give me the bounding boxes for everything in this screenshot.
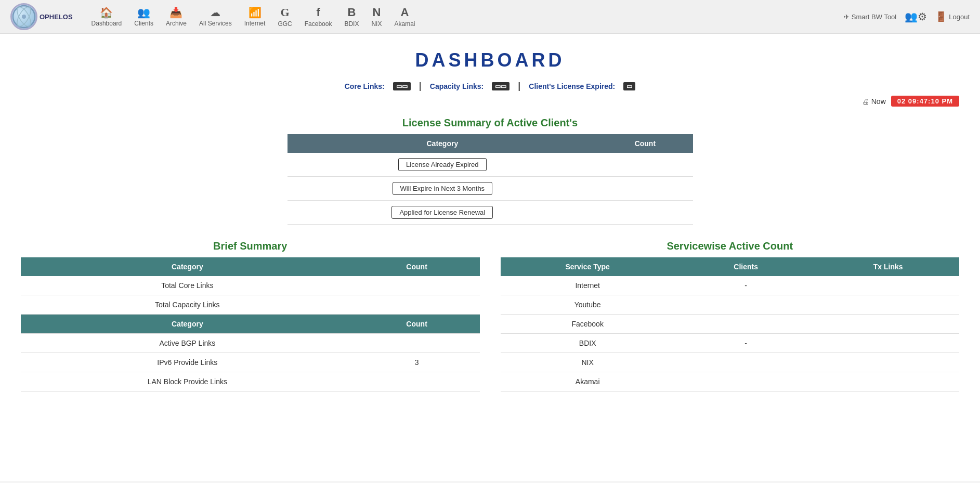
clock-icon: 🖨 xyxy=(862,97,869,106)
all-services-icon: ☁ xyxy=(210,6,220,19)
logo[interactable]: OPHELOS xyxy=(10,3,73,30)
youtube-clients xyxy=(675,295,817,315)
bottom-section: Brief Summary Category Count Total Core … xyxy=(21,240,959,391)
akamai-service: Akamai xyxy=(501,372,675,391)
license-row3-category: Applied for License Renewal xyxy=(288,201,598,225)
nav-internet[interactable]: 📶 Internet xyxy=(239,4,271,29)
license-summary-section: License Summary of Active Client's Categ… xyxy=(288,117,693,225)
internet-clients: - xyxy=(675,276,817,295)
brief-col-category: Category xyxy=(21,257,354,276)
nav-akamai-label: Akamai xyxy=(394,20,415,28)
facebook-tx xyxy=(817,315,959,334)
bdix-service: BDIX xyxy=(501,334,675,353)
license-expired-badge: License Already Expired xyxy=(398,158,486,171)
smart-bw-tool-btn[interactable]: ✈ Smart BW Tool xyxy=(844,13,896,21)
nav-bdix[interactable]: B BDIX xyxy=(339,4,364,30)
page-title: DASHBOARD xyxy=(21,49,959,71)
nav-right: ✈ Smart BW Tool 👥⚙ 🚪 Logout xyxy=(844,10,970,23)
nav-facebook[interactable]: f Facebook xyxy=(299,4,337,30)
table-row: Akamai xyxy=(501,372,960,391)
nav-archive[interactable]: 📥 Archive xyxy=(161,4,192,29)
logo-circle xyxy=(10,3,37,30)
status-bar: Core Links: ▭▭ | Capacity Links: ▭▭ | Cl… xyxy=(21,81,959,92)
nav-facebook-label: Facebook xyxy=(305,20,332,28)
facebook-icon: f xyxy=(316,6,320,19)
user-settings-btn[interactable]: 👥⚙ xyxy=(905,10,927,23)
table-row: Internet - xyxy=(501,276,960,295)
table-row: Total Capacity Links xyxy=(21,295,480,315)
license-row2-count xyxy=(597,177,692,201)
sep1: | xyxy=(419,81,422,92)
ggc-icon: G xyxy=(281,6,290,19)
facebook-clients xyxy=(675,315,817,334)
nav-all-services[interactable]: ☁ All Services xyxy=(194,4,237,29)
youtube-tx xyxy=(817,295,959,315)
ipv6-count: 3 xyxy=(354,353,480,372)
active-bgp-count xyxy=(354,334,480,353)
nav-internet-label: Internet xyxy=(244,20,266,27)
home-icon: 🏠 xyxy=(100,6,113,19)
smart-bw-label: Smart BW Tool xyxy=(852,13,896,21)
nav-nix[interactable]: N NIX xyxy=(366,4,387,30)
main-content: DASHBOARD Core Links: ▭▭ | Capacity Link… xyxy=(0,34,980,481)
table-row: NIX xyxy=(501,353,960,372)
nav-ggc-label: GGC xyxy=(278,20,292,28)
logout-icon: 🚪 xyxy=(935,11,947,22)
nix-clients xyxy=(675,353,817,372)
total-capacity-links-label: Total Capacity Links xyxy=(21,295,354,315)
logout-btn[interactable]: 🚪 Logout xyxy=(935,11,970,22)
nav-akamai[interactable]: A Akamai xyxy=(389,4,420,30)
lan-block-count xyxy=(354,372,480,391)
table-row: Facebook xyxy=(501,315,960,334)
total-core-links-label: Total Core Links xyxy=(21,276,354,295)
table-row: Total Core Links xyxy=(21,276,480,295)
core-links-label: Core Links: xyxy=(345,82,385,90)
nav-all-services-label: All Services xyxy=(199,20,232,27)
nav-archive-label: Archive xyxy=(166,20,187,27)
bdix-tx xyxy=(817,334,959,353)
license-table-container: Category Count License Already Expired W… xyxy=(288,134,693,225)
time-prefix: 02 xyxy=(897,97,906,105)
logo-label: OPHELOS xyxy=(40,13,73,21)
brief-summary-title: Brief Summary xyxy=(21,240,480,252)
total-capacity-links-count xyxy=(354,295,480,315)
nix-tx xyxy=(817,353,959,372)
akamai-tx xyxy=(817,372,959,391)
akamai-clients xyxy=(675,372,817,391)
servicewise-title: Servicewise Active Count xyxy=(501,240,960,252)
license-col-category: Category xyxy=(288,134,598,153)
archive-icon: 📥 xyxy=(169,6,182,19)
service-table: Service Type Clients Tx Links Internet -… xyxy=(501,257,960,391)
lan-block-label: LAN Block Provide Links xyxy=(21,372,354,391)
core-links-badge: ▭▭ xyxy=(393,82,411,90)
bdix-icon: B xyxy=(348,6,356,19)
nav-dashboard[interactable]: 🏠 Dashboard xyxy=(86,4,127,29)
nix-service: NIX xyxy=(501,353,675,372)
nav-clients-label: Clients xyxy=(134,20,153,27)
license-summary-title: License Summary of Active Client's xyxy=(288,117,693,129)
brief-col-count: Count xyxy=(354,257,480,276)
license-row2-category: Will Expire in Next 3 Months xyxy=(288,177,598,201)
nav-ggc[interactable]: G GGC xyxy=(272,4,297,30)
license-table: Category Count License Already Expired W… xyxy=(288,134,693,225)
service-col-type: Service Type xyxy=(501,257,675,276)
license-col-count: Count xyxy=(597,134,692,153)
table-row: Active BGP Links xyxy=(21,334,480,353)
clients-icon: 👥 xyxy=(137,6,150,19)
client-license-badge: ▭ xyxy=(623,82,635,90)
nix-icon: N xyxy=(373,6,381,19)
time-badge: 02 09:47:10 PM xyxy=(891,96,959,107)
brief-table: Category Count Total Core Links Total Ca… xyxy=(21,257,480,391)
svg-point-3 xyxy=(22,15,26,19)
nav-items: 🏠 Dashboard 👥 Clients 📥 Archive ☁ All Se… xyxy=(86,4,841,30)
service-col-clients: Clients xyxy=(675,257,817,276)
brief-summary-section: Brief Summary Category Count Total Core … xyxy=(21,240,480,391)
nav-clients[interactable]: 👥 Clients xyxy=(129,4,159,29)
logout-label: Logout xyxy=(949,13,970,21)
nav-dashboard-label: Dashboard xyxy=(92,20,122,27)
table-row: Applied for License Renewal xyxy=(288,201,693,225)
capacity-links-label: Capacity Links: xyxy=(430,82,484,90)
bdix-clients: - xyxy=(675,334,817,353)
ipv6-label: IPv6 Provide Links xyxy=(21,353,354,372)
license-row1-category: License Already Expired xyxy=(288,153,598,177)
